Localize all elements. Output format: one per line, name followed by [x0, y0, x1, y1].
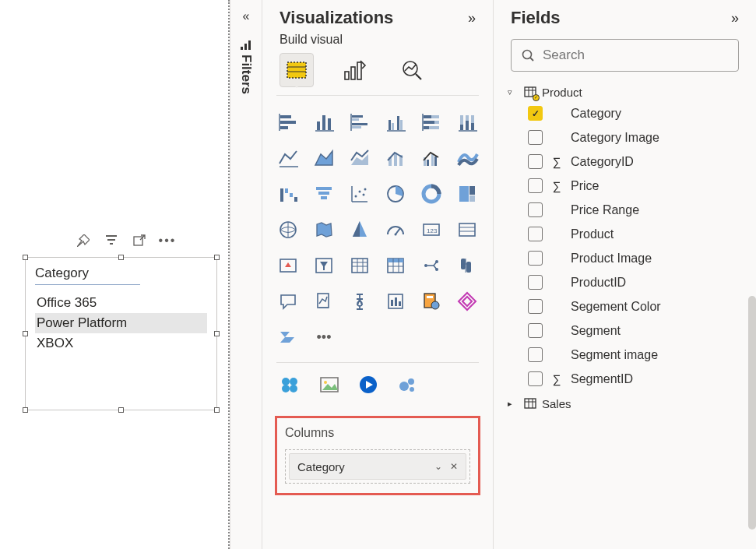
field-segment[interactable]: ∑ Segment: [508, 318, 747, 343]
table-icon[interactable]: [344, 250, 375, 281]
filters-pane-collapsed[interactable]: « Filters: [230, 0, 262, 549]
chevron-down-icon[interactable]: ⌄: [434, 461, 442, 472]
resize-handle[interactable]: [23, 407, 28, 413]
search-input[interactable]: [543, 48, 729, 63]
checkbox-icon[interactable]: [528, 178, 543, 193]
checkbox-icon[interactable]: [528, 202, 543, 217]
bubble-visual-icon[interactable]: [393, 371, 421, 399]
field-segment-color[interactable]: ∑ Segement Color: [508, 294, 747, 318]
decomposition-icon[interactable]: [344, 286, 375, 317]
100-stacked-bar-icon[interactable]: [416, 107, 447, 138]
table-row[interactable]: Office 365: [35, 293, 207, 313]
field-pill-category[interactable]: Category ⌄ ✕: [289, 453, 466, 480]
stacked-column-icon[interactable]: [308, 107, 339, 138]
checkbox-icon[interactable]: [528, 154, 543, 169]
checkbox-icon[interactable]: [528, 371, 543, 386]
collapse-fields-icon[interactable]: »: [731, 10, 739, 26]
table-row[interactable]: XBOX: [35, 333, 207, 354]
resize-handle[interactable]: [23, 331, 28, 336]
donut-icon[interactable]: [416, 178, 447, 209]
scrollbar[interactable]: [748, 296, 756, 530]
ribbon-chart-icon[interactable]: [452, 143, 483, 174]
filter-icon[interactable]: [104, 234, 118, 248]
line-stacked-column-icon[interactable]: [380, 143, 411, 174]
waterfall-icon[interactable]: [273, 178, 304, 209]
scatter-icon[interactable]: [344, 178, 375, 209]
table-node-sales[interactable]: ▸ Sales: [508, 394, 747, 413]
more-icon[interactable]: •••: [160, 234, 174, 248]
field-price[interactable]: ∑ Price: [508, 174, 747, 198]
build-tab-analytics[interactable]: [395, 53, 429, 87]
card-icon[interactable]: 123: [416, 214, 447, 245]
matrix-icon[interactable]: [380, 250, 411, 281]
collapse-viz-icon[interactable]: »: [468, 10, 476, 26]
gauge-icon[interactable]: [380, 214, 411, 245]
build-tab-format[interactable]: [337, 53, 371, 87]
build-tab-fields[interactable]: [280, 53, 314, 87]
paginated-icon[interactable]: [416, 286, 447, 317]
columns-drop-zone[interactable]: Category ⌄ ✕: [285, 449, 470, 484]
funnel-icon[interactable]: [308, 178, 339, 209]
resize-handle[interactable]: [214, 407, 220, 413]
azure-map-icon[interactable]: [344, 214, 375, 245]
fields-search[interactable]: [511, 39, 739, 72]
clustered-column-icon[interactable]: [380, 107, 411, 138]
field-product[interactable]: ∑ Product: [508, 222, 747, 246]
table-visual-frame[interactable]: Category Office 365 Power Platform XBOX: [25, 257, 217, 410]
field-segment-image[interactable]: ∑ Segment image: [508, 343, 747, 367]
more-visuals-icon[interactable]: •••: [308, 322, 339, 353]
checkbox-icon[interactable]: [528, 275, 543, 290]
checkbox-icon[interactable]: [528, 323, 543, 338]
qa-visual-icon[interactable]: [273, 286, 304, 317]
resize-handle[interactable]: [118, 255, 124, 260]
field-segmentid[interactable]: ∑ SegmentID: [508, 367, 747, 391]
resize-handle[interactable]: [23, 255, 28, 260]
play-axis-icon[interactable]: [354, 371, 382, 399]
checkbox-icon[interactable]: [528, 299, 543, 314]
field-productid[interactable]: ∑ ProductID: [508, 270, 747, 294]
checkbox-icon[interactable]: [528, 227, 543, 241]
line-chart-icon[interactable]: [273, 143, 304, 174]
filled-map-icon[interactable]: [308, 214, 339, 245]
kpi-icon[interactable]: [273, 250, 304, 281]
checkbox-icon[interactable]: [528, 251, 543, 266]
slicer-icon[interactable]: [308, 250, 339, 281]
table-row[interactable]: Power Platform: [35, 313, 207, 333]
power-automate-icon[interactable]: [273, 322, 304, 353]
resize-handle[interactable]: [118, 407, 124, 413]
resize-handle[interactable]: [214, 255, 220, 260]
multi-row-card-icon[interactable]: [452, 214, 483, 245]
checkbox-icon[interactable]: [528, 347, 543, 362]
checkbox-checked-icon[interactable]: ✓: [528, 106, 543, 121]
python-visual-icon[interactable]: [452, 250, 483, 281]
chevron-right-icon[interactable]: ▸: [508, 399, 519, 409]
stacked-bar-icon[interactable]: [273, 107, 304, 138]
resize-handle[interactable]: [214, 331, 220, 336]
area-chart-icon[interactable]: [308, 143, 339, 174]
table-node-product[interactable]: ▿ ✓ Product: [508, 83, 747, 101]
expand-filters-icon[interactable]: «: [243, 9, 250, 23]
report-canvas[interactable]: ••• Category Office 365 Power Platform X…: [0, 0, 230, 549]
field-product-image[interactable]: ∑ Product Image: [508, 246, 747, 270]
field-price-range[interactable]: ∑ Price Range: [508, 198, 747, 222]
100-stacked-column-icon[interactable]: [452, 107, 483, 138]
pie-icon[interactable]: [380, 178, 411, 209]
remove-field-icon[interactable]: ✕: [450, 461, 458, 472]
image-visual-icon[interactable]: [315, 371, 343, 399]
field-category-image[interactable]: ∑ Category Image: [508, 125, 747, 150]
powerapps-icon[interactable]: [452, 286, 483, 317]
checkbox-icon[interactable]: [528, 130, 543, 145]
clustered-bar-icon[interactable]: [344, 107, 375, 138]
map-icon[interactable]: [273, 214, 304, 245]
key-influencers-icon[interactable]: [308, 286, 339, 317]
popout-icon[interactable]: [132, 234, 146, 248]
field-categoryid[interactable]: ∑ CategoryID: [508, 150, 747, 174]
narrative-icon[interactable]: [380, 286, 411, 317]
appsource-icon[interactable]: [276, 371, 304, 399]
field-category[interactable]: ✓ ∑ Category: [508, 101, 747, 125]
pin-icon[interactable]: [76, 234, 90, 248]
line-clustered-column-icon[interactable]: [416, 143, 447, 174]
treemap-icon[interactable]: [452, 178, 483, 209]
r-visual-icon[interactable]: [416, 250, 447, 281]
chevron-down-icon[interactable]: ▿: [508, 87, 519, 97]
